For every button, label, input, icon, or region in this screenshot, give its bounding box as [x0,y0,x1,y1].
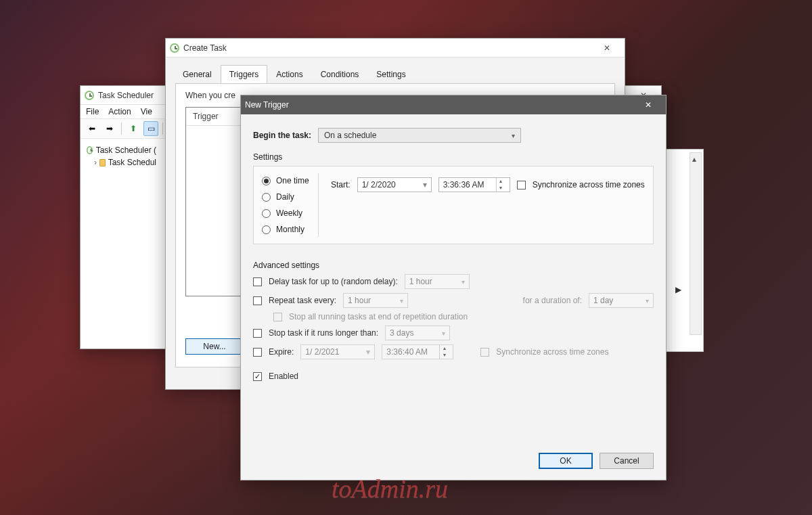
repeat-combo[interactable]: 1 hour▾ [343,293,408,308]
start-date-picker[interactable]: 1/ 2/2020 ▾ [357,177,432,192]
radio-one-time[interactable]: One time [262,176,318,185]
up-button[interactable]: ⬆ [126,121,141,136]
create-task-title: Create Task [183,43,227,53]
duration-combo[interactable]: 1 day▾ [589,293,654,308]
cancel-button[interactable]: Cancel [600,453,654,469]
spinner-icon[interactable]: ▴▾ [496,178,505,192]
chevron-down-icon: ▾ [512,132,515,139]
duration-label: for a duration of: [523,296,582,305]
schedule-group: One time Daily Weekly Monthly Start: 1/ … [253,166,654,244]
chevron-down-icon: ▾ [400,297,403,305]
close-button[interactable]: ✕ [593,39,621,58]
menu-action[interactable]: Action [108,107,131,116]
toolbar-separator [162,122,163,135]
new-trigger-dialog: New Trigger ✕ Begin the task: On a sched… [240,95,667,480]
start-time-picker[interactable]: 3:36:36 AM ▴▾ [438,177,510,192]
new-trigger-title: New Trigger [245,100,289,110]
expire-date-picker[interactable]: 1/ 2/2021 ▾ [300,344,375,359]
radio-icon [262,225,271,234]
begin-task-combo[interactable]: On a schedule ▾ [318,128,521,143]
expand-arrow-icon[interactable]: ▶ [675,285,681,294]
clock-icon [87,146,93,154]
show-hide-button[interactable]: ▭ [143,121,158,136]
enabled-label: Enabled [269,372,298,381]
folder-icon [99,159,106,166]
radio-icon [262,193,271,202]
repeat-checkbox[interactable] [253,296,262,305]
frequency-radios: One time Daily Weekly Monthly [261,173,319,237]
tab-settings[interactable]: Settings [367,65,414,84]
stop-if-checkbox[interactable] [253,329,262,338]
repeat-label: Repeat task every: [269,296,336,305]
forward-button[interactable]: ➡ [102,121,117,136]
tree-pane: Task Scheduler ( › Task Schedul [83,144,159,169]
radio-icon [262,209,271,218]
expire-checkbox[interactable] [253,348,262,357]
toolbar-separator [121,122,122,135]
tab-triggers[interactable]: Triggers [221,65,268,84]
expire-time-picker[interactable]: 3:36:40 AM ▴▾ [382,344,453,359]
sync-tz-label: Synchronize across time zones [533,180,645,189]
advanced-settings: Delay task for up to (random delay): 1 h… [253,274,654,381]
radio-monthly[interactable]: Monthly [262,225,318,234]
tab-strip: General Triggers Actions Conditions Sett… [166,58,625,83]
radio-daily[interactable]: Daily [262,192,318,202]
scrollbar[interactable]: ▴ [690,152,702,335]
new-trigger-button[interactable]: New... [185,338,244,355]
tab-actions[interactable]: Actions [267,65,311,84]
ok-button[interactable]: OK [539,453,593,469]
settings-label: Settings [253,152,654,162]
sync-tz-checkbox[interactable] [517,181,526,189]
stop-if-combo[interactable]: 3 days▾ [385,326,450,340]
create-task-titlebar[interactable]: Create Task ✕ [166,39,625,58]
sync-tz2-checkbox [480,348,489,357]
clock-icon [170,43,179,53]
start-label: Start: [331,180,351,189]
calendar-dropdown-icon: ▾ [366,347,370,357]
tree-library[interactable]: › Task Schedul [83,156,159,169]
advanced-label: Advanced settings [253,261,654,270]
enabled-checkbox[interactable] [253,372,262,381]
stop-if-label: Stop task if it runs longer than: [269,328,378,338]
close-button[interactable]: ✕ [635,95,662,114]
new-trigger-titlebar[interactable]: New Trigger ✕ [241,95,666,114]
calendar-dropdown-icon: ▾ [423,180,427,189]
begin-task-label: Begin the task: [253,131,311,140]
spinner-icon[interactable]: ▴▾ [439,345,449,359]
stop-all-checkbox [273,313,282,321]
chevron-down-icon: ▾ [646,297,649,305]
chevron-down-icon: ▾ [442,330,445,337]
chevron-down-icon: ▾ [461,278,465,286]
expand-icon[interactable]: › [94,158,97,167]
delay-combo[interactable]: 1 hour▾ [405,274,470,289]
sync-tz2-label: Synchronize across time zones [496,347,608,357]
back-button[interactable]: ⬅ [85,121,99,136]
clock-icon [85,91,94,100]
radio-weekly[interactable]: Weekly [262,208,318,218]
radio-icon [262,177,271,185]
delay-label: Delay task for up to (random delay): [269,277,398,286]
scroll-up-icon[interactable]: ▴ [692,154,696,164]
tab-general[interactable]: General [174,65,221,84]
expire-label: Expire: [269,347,294,357]
delay-checkbox[interactable] [253,277,262,286]
menu-file[interactable]: File [86,107,99,116]
tree-root[interactable]: Task Scheduler ( [83,144,159,156]
tab-conditions[interactable]: Conditions [312,65,368,84]
menu-view[interactable]: Vie [141,107,152,116]
stop-all-label: Stop all running tasks at end of repetit… [289,312,468,321]
task-scheduler-title: Task Scheduler [98,91,154,100]
